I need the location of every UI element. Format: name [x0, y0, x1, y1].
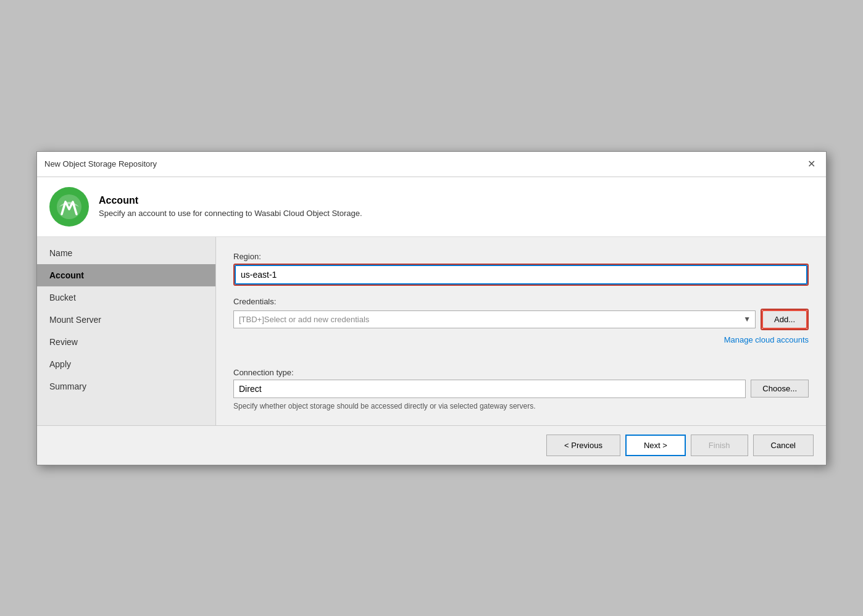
svg-point-0 [57, 194, 81, 219]
region-input[interactable] [235, 265, 807, 285]
credentials-row: [TBD+]Select or add new credentials ▼ Ad… [233, 309, 809, 330]
dialog-title: New Object Storage Repository [44, 159, 157, 169]
logo [49, 187, 89, 227]
sidebar-item-review[interactable]: Review [37, 331, 215, 353]
connection-type-section: Connection type: Choose... Specify wheth… [233, 356, 809, 410]
sidebar-item-summary[interactable]: Summary [37, 375, 215, 397]
manage-cloud-accounts-link[interactable]: Manage cloud accounts [233, 335, 809, 344]
sidebar: Name Account Bucket Mount Server Review … [37, 237, 216, 425]
add-button[interactable]: Add... [762, 310, 807, 329]
connection-type-input [233, 380, 746, 398]
wasabi-logo-icon [56, 193, 83, 220]
close-button[interactable]: ✕ [804, 157, 819, 172]
header-text: Account Specify an account to use for co… [99, 195, 362, 218]
main-content: Region: Credentials: [TBD+]Select or add… [216, 237, 826, 425]
header-subtitle: Specify an account to use for connecting… [99, 209, 362, 218]
region-input-highlight [233, 264, 809, 286]
sidebar-item-mount-server[interactable]: Mount Server [37, 309, 215, 331]
add-button-highlight: Add... [761, 309, 809, 330]
sidebar-item-account[interactable]: Account [37, 264, 215, 286]
connection-hint: Specify whether object storage should be… [233, 402, 809, 410]
sidebar-item-bucket[interactable]: Bucket [37, 286, 215, 309]
sidebar-item-apply[interactable]: Apply [37, 353, 215, 375]
header-title: Account [99, 195, 362, 206]
credentials-select-wrapper: [TBD+]Select or add new credentials ▼ [233, 310, 756, 328]
connection-type-label: Connection type: [233, 368, 809, 377]
credentials-field-group: Credentials: [TBD+]Select or add new cre… [233, 297, 809, 344]
region-field-group: Region: [233, 252, 809, 286]
header-area: Account Specify an account to use for co… [37, 177, 826, 237]
sidebar-item-name[interactable]: Name [37, 242, 215, 264]
connection-type-row: Choose... [233, 380, 809, 398]
credentials-select[interactable]: [TBD+]Select or add new credentials [233, 310, 756, 328]
region-label: Region: [233, 252, 809, 261]
next-button[interactable]: Next > [625, 435, 686, 456]
previous-button[interactable]: < Previous [546, 435, 620, 456]
choose-button[interactable]: Choose... [751, 380, 809, 397]
dialog: New Object Storage Repository ✕ Account … [36, 151, 827, 465]
title-bar: New Object Storage Repository ✕ [37, 152, 826, 177]
finish-button[interactable]: Finish [691, 435, 748, 456]
footer: < Previous Next > Finish Cancel [37, 425, 826, 465]
body-area: Name Account Bucket Mount Server Review … [37, 237, 826, 425]
cancel-button[interactable]: Cancel [753, 435, 814, 456]
credentials-label: Credentials: [233, 297, 809, 306]
